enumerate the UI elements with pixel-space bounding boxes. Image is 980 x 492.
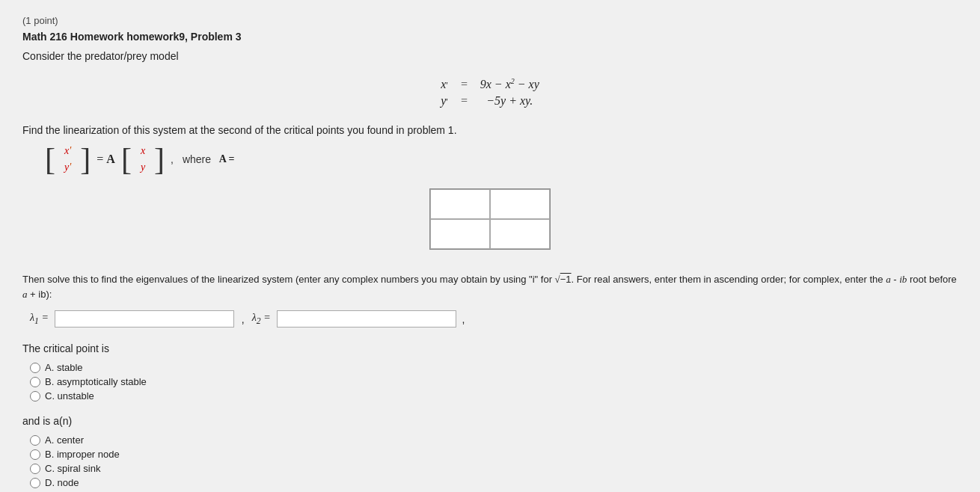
type-radio-B[interactable] xyxy=(30,449,40,460)
stability-option-A: A. stable xyxy=(30,362,958,373)
comma-separator: , xyxy=(242,313,245,325)
matrix-A-grid xyxy=(429,188,551,250)
problem-title: Math 216 Homework homework9, Problem 3 xyxy=(22,31,958,43)
type-option-C: C. spiral sink xyxy=(30,463,958,474)
rhs-bottom: y xyxy=(138,160,148,175)
stability-option-C: C. unstable xyxy=(30,390,958,402)
lambda1-input[interactable] xyxy=(55,310,234,328)
intro-text: Consider the predator/prey model xyxy=(22,50,958,62)
type-radio-group: A. center B. improper node C. spiral sin… xyxy=(22,434,958,492)
type-option-A: A. center xyxy=(30,434,958,446)
lhs-top: x′ xyxy=(61,144,74,159)
trailing-comma: , xyxy=(462,313,465,325)
matrix-a21-input[interactable] xyxy=(430,219,490,249)
where-label: , xyxy=(171,153,177,165)
solve-text: Then solve this to find the eigenvalues … xyxy=(22,272,958,301)
type-label-B: B. improper node xyxy=(45,449,120,460)
type-label-C: C. spiral sink xyxy=(45,463,100,474)
type-intro-label: and is a(n) xyxy=(22,415,958,427)
type-radio-D[interactable] xyxy=(30,478,40,488)
type-option-B: B. improper node xyxy=(30,449,958,460)
eq1-equals: = xyxy=(454,76,474,93)
matrix-a22-input[interactable] xyxy=(490,219,550,249)
type-label-A: A. center xyxy=(45,434,84,446)
critical-point-label: The critical point is xyxy=(22,342,958,354)
lambda2-input[interactable] xyxy=(277,310,456,328)
rhs-top: x xyxy=(138,144,148,159)
type-label-D: D. node xyxy=(45,477,79,488)
stability-label-B: B. asymptotically stable xyxy=(45,376,147,387)
find-text: Find the linearization of this system at… xyxy=(22,124,958,136)
eq2-lhs: y′ xyxy=(435,93,454,109)
matrix-a12-input[interactable] xyxy=(490,189,550,219)
matrix-a11-input[interactable] xyxy=(430,189,490,219)
type-option-D: D. node xyxy=(30,477,958,488)
where-word: where xyxy=(183,153,211,165)
lhs-matrix: x′ y′ xyxy=(61,144,74,175)
type-radio-C[interactable] xyxy=(30,464,40,474)
equations-block: x′ = 9x − x2 − xy y′ = −5y + xy. xyxy=(22,76,958,109)
stability-radio-group: A. stable B. asymptotically stable C. un… xyxy=(22,362,958,402)
type-radio-A[interactable] xyxy=(30,435,40,446)
linearization-row: [ x′ y′ ] = A [ x y ] , where A = xyxy=(22,144,958,175)
right-bracket-close: ] xyxy=(154,144,165,175)
right-bracket-open: [ xyxy=(121,144,132,175)
eq2-equals: = xyxy=(454,93,474,109)
A-equals-label: A = xyxy=(217,153,235,165)
eq2-rhs: −5y + xy. xyxy=(474,93,545,109)
rhs-matrix: x y xyxy=(138,144,148,175)
left-bracket-close: ] xyxy=(80,144,91,175)
stability-option-B: B. asymptotically stable xyxy=(30,376,958,387)
stability-radio-B[interactable] xyxy=(30,377,40,387)
stability-radio-A[interactable] xyxy=(30,363,40,373)
stability-radio-C[interactable] xyxy=(30,391,40,402)
lambda1-label: λ1 = xyxy=(30,312,49,326)
eq1-lhs: x′ xyxy=(435,76,454,93)
stability-label-A: A. stable xyxy=(45,362,83,373)
points-label: (1 point) xyxy=(22,15,958,26)
stability-label-C: C. unstable xyxy=(45,390,94,402)
eq1-rhs: 9x − x2 − xy xyxy=(474,76,545,93)
matrix-equals-sign: = A xyxy=(97,153,115,166)
lhs-bottom: y′ xyxy=(61,160,74,175)
left-bracket-open: [ xyxy=(45,144,55,175)
eigenvalue-row: λ1 = , λ2 = , xyxy=(22,310,958,328)
lambda2-label: λ2 = xyxy=(252,312,271,326)
